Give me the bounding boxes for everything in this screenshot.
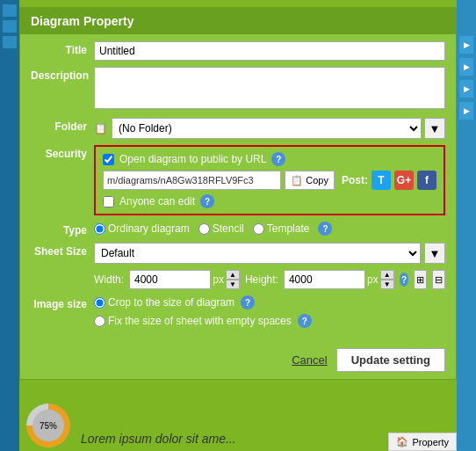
type-ordinary-text: Ordinary diagram xyxy=(108,222,190,235)
crop-label[interactable]: Crop to the size of diagram ? xyxy=(94,295,445,309)
security-label: Security xyxy=(31,145,94,160)
dimension-label-spacer xyxy=(31,270,94,273)
type-stencil-text: Stencil xyxy=(213,222,244,235)
dimension-inner: Width: px ▲ ▼ Height: px ▲ xyxy=(94,270,445,289)
width-down-btn[interactable]: ▼ xyxy=(226,280,240,289)
sheet-size-dropdown-btn[interactable]: ▼ xyxy=(424,243,445,264)
type-template-radio[interactable] xyxy=(253,223,264,235)
security-row2: m/diagrams/nA8Gw318RFLV9Fc3 📋 Copy Post:… xyxy=(103,171,436,190)
update-button[interactable]: Update setting xyxy=(336,348,445,372)
property-label: Property xyxy=(412,437,449,447)
type-help-icon[interactable]: ? xyxy=(318,222,332,236)
folder-dropdown-btn[interactable]: ▼ xyxy=(424,118,445,139)
fix-label[interactable]: Fix the size of sheet with empty spaces … xyxy=(94,314,445,328)
description-row: Description xyxy=(31,67,445,112)
type-row: Type Ordinary diagram Stencil Template xyxy=(31,222,445,236)
height-label: Height: xyxy=(245,273,278,286)
security-section: Open diagram to public by URL ? m/diagra… xyxy=(94,145,445,215)
description-control xyxy=(94,67,445,112)
type-radio-group: Ordinary diagram Stencil Template ? xyxy=(94,222,445,236)
sheet-size-label: Sheet Size xyxy=(31,243,94,258)
anyone-edit-checkbox[interactable] xyxy=(103,196,114,207)
dimension-btn-2[interactable]: ⊟ xyxy=(432,270,445,289)
url-text: m/diagrams/nA8Gw318RFLV9Fc3 xyxy=(103,171,281,190)
height-up-btn[interactable]: ▲ xyxy=(380,270,394,280)
fix-help-icon[interactable]: ? xyxy=(298,314,312,328)
twitter-button[interactable]: T xyxy=(371,171,391,190)
dialog-footer: Cancel Update setting xyxy=(20,343,456,379)
title-control xyxy=(94,41,445,61)
type-label: Type xyxy=(31,222,94,236)
security-row1: Open diagram to public by URL ? xyxy=(103,152,436,166)
right-btn-2[interactable]: ▶ xyxy=(458,57,474,76)
right-sidebar: ▶ ▶ ▶ ▶ xyxy=(457,0,476,451)
dimension-row: Width: px ▲ ▼ Height: px ▲ xyxy=(31,270,445,289)
crop-radio[interactable] xyxy=(94,297,105,309)
cancel-button[interactable]: Cancel xyxy=(292,353,327,367)
folder-row: Folder 📋 (No Folder) ▼ xyxy=(31,118,445,139)
copy-button[interactable]: 📋 Copy xyxy=(285,171,335,190)
crop-help-icon[interactable]: ? xyxy=(241,295,255,309)
copy-label: Copy xyxy=(306,175,328,185)
height-unit: px xyxy=(367,273,379,286)
sidebar-btn-2[interactable] xyxy=(2,19,18,33)
dimension-help-icon[interactable]: ? xyxy=(400,273,408,287)
width-unit: px xyxy=(213,273,224,286)
image-size-label: Image size xyxy=(31,295,94,310)
description-input[interactable] xyxy=(94,67,445,109)
title-label: Title xyxy=(31,41,94,56)
height-input[interactable] xyxy=(284,270,365,289)
right-btn-3[interactable]: ▶ xyxy=(458,79,474,98)
title-row: Title xyxy=(31,41,445,61)
folder-icon: 📋 xyxy=(94,122,107,135)
right-btn-1[interactable]: ▶ xyxy=(458,35,474,55)
anyone-edit-help-icon[interactable]: ? xyxy=(200,194,214,208)
dialog-body: Title Description Folder 📋 (No Folder) ▼ xyxy=(20,34,456,343)
image-size-row: Image size Crop to the size of diagram ?… xyxy=(31,295,445,328)
progress-value: 75% xyxy=(32,410,64,441)
height-spinner: ▲ ▼ xyxy=(380,270,394,289)
post-label: Post: xyxy=(342,174,368,186)
sidebar-btn-3[interactable] xyxy=(2,35,18,49)
left-sidebar xyxy=(0,0,19,451)
facebook-button[interactable]: f xyxy=(417,171,436,190)
title-input[interactable] xyxy=(94,41,445,61)
type-ordinary-label[interactable]: Ordinary diagram xyxy=(94,222,190,235)
diagram-property-dialog: Diagram Property Title Description Folde… xyxy=(19,7,457,380)
public-url-help-icon[interactable]: ? xyxy=(271,152,285,166)
property-button[interactable]: 🏠 Property xyxy=(388,433,457,451)
copy-icon: 📋 xyxy=(291,175,303,186)
sidebar-btn-1[interactable] xyxy=(2,4,18,18)
public-url-checkbox[interactable] xyxy=(103,154,114,165)
height-input-wrap: px ▲ ▼ xyxy=(284,270,394,289)
lorem-text: Lorem ipsum dolor sit ame... xyxy=(70,432,236,447)
height-down-btn[interactable]: ▼ xyxy=(380,280,394,289)
progress-circle: 75% xyxy=(26,404,70,447)
folder-label: Folder xyxy=(31,118,94,133)
security-control: Open diagram to public by URL ? m/diagra… xyxy=(94,145,445,215)
google-button[interactable]: G+ xyxy=(394,171,414,190)
type-stencil-radio[interactable] xyxy=(198,223,210,235)
security-row: Security Open diagram to public by URL ?… xyxy=(31,145,445,215)
folder-control: 📋 (No Folder) ▼ xyxy=(94,118,445,139)
right-btn-4[interactable]: ▶ xyxy=(458,101,474,120)
dimension-control: Width: px ▲ ▼ Height: px ▲ xyxy=(94,270,445,289)
anyone-edit-label: Anyone can edit xyxy=(119,195,195,207)
folder-select[interactable]: (No Folder) xyxy=(112,118,422,139)
fix-text: Fix the size of sheet with empty spaces xyxy=(108,315,292,327)
dimension-btn-1[interactable]: ⊞ xyxy=(414,270,427,289)
security-row3: Anyone can edit ? xyxy=(103,194,436,208)
sheet-size-select[interactable]: Default xyxy=(94,243,421,264)
type-ordinary-radio[interactable] xyxy=(94,223,105,235)
width-input-wrap: px ▲ ▼ xyxy=(129,270,240,289)
crop-text: Crop to the size of diagram xyxy=(108,296,234,309)
fix-radio[interactable] xyxy=(94,316,105,327)
type-stencil-label[interactable]: Stencil xyxy=(198,222,244,235)
width-input[interactable] xyxy=(129,270,211,289)
width-up-btn[interactable]: ▲ xyxy=(226,270,240,280)
sheet-size-control: Default ▼ xyxy=(94,243,445,264)
type-control: Ordinary diagram Stencil Template ? xyxy=(94,222,445,236)
type-template-text: Template xyxy=(267,222,310,235)
type-template-label[interactable]: Template xyxy=(253,222,310,235)
width-label: Width: xyxy=(94,273,124,286)
